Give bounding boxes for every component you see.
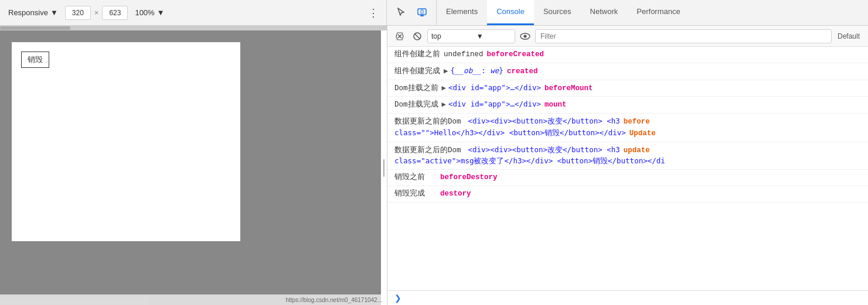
eye-icon[interactable] [518,29,533,44]
console-keyword: beforeCreated [487,49,544,60]
preview-area: 销毁 https://blog.csdn.net/m0_46171042... [0,26,387,305]
console-value: <div><div><button>改变</button> <h3 [468,145,620,156]
console-row: Dom挂载完成 ▶ <div id="app">…</div> mount [387,97,868,114]
select-element-icon[interactable] [392,3,410,22]
console-prefix: 数据更新之前的Dom [394,116,461,128]
context-selector[interactable]: top ▼ [427,29,515,43]
expand-icon2[interactable]: ▶ [442,83,447,94]
tab-sources[interactable]: Sources [534,0,581,25]
console-prefix: Dom挂载之前 [394,83,438,94]
tab-console[interactable]: Console [487,0,534,25]
svg-line-7 [415,33,420,39]
url-text: https://blog.csdn.net/m0_46171042... [285,297,382,303]
clear-console-button[interactable] [392,29,407,44]
console-value: {__ob__: we} [451,66,503,77]
height-input[interactable] [102,6,128,20]
console-row: 销毁之前 beforeDestory [387,170,868,186]
dimension-separator: × [94,8,99,17]
console-row: 组件创建完成 ▶ {__ob__: we} created [387,63,868,80]
console-prefix: 组件创建完成 [394,66,440,77]
console-keyword2: Update [629,128,656,139]
console-prompt[interactable]: ❯ [387,290,868,305]
tab-performance[interactable]: Performance [627,0,689,25]
console-keyword: before [624,116,650,128]
zoom-label: 100% [135,8,154,17]
console-value: <div><div><button>改变</button> <h3 [468,116,620,127]
svg-rect-1 [420,15,424,16]
destroy-button[interactable]: 销毁 [21,52,49,68]
console-prefix: 数据更新之后的Dom [394,145,461,156]
svg-point-9 [524,35,527,37]
console-output: 组件创建之前 undefined beforeCreated 组件创建完成 ▶ … [387,47,868,290]
url-bar: https://blog.csdn.net/m0_46171042... [0,294,387,305]
device-toggle-icon[interactable] [413,3,431,22]
tab-network[interactable]: Network [581,0,628,25]
scrollbar-horizontal[interactable] [0,26,387,30]
console-value: <div id="app">…</div> [448,83,541,94]
console-prefix: 销毁完成 [394,189,425,200]
devtools-tabs: Elements Console Sources Network Perform… [387,0,868,26]
expand-icon3[interactable]: ▶ [442,100,447,111]
resize-handle[interactable] [381,30,387,305]
console-keyword: beforeMount [544,83,593,94]
main-content: 销毁 https://blog.csdn.net/m0_46171042... [0,26,868,305]
console-prefix: 组件创建之前 [394,49,440,60]
responsive-dropdown[interactable]: Responsive ▼ [5,6,62,19]
devtools-icon-group [387,0,437,25]
console-value-line2: class="">Hello</h3></div> <button>销毁</bu… [394,128,626,139]
console-keyword: update [624,145,650,156]
expand-icon[interactable]: ▶ [444,66,448,77]
width-input[interactable] [65,6,91,20]
console-keyword: destory [440,189,471,200]
default-levels-label: Default [834,32,863,40]
top-toolbar: Responsive ▼ × 100% ▼ ⋮ [0,0,868,26]
console-row: 销毁完成 destory [387,186,868,203]
more-options-button[interactable]: ⋮ [365,5,382,21]
console-row: 组件创建之前 undefined beforeCreated [387,47,868,63]
context-value: top [431,32,441,40]
page-frame: 销毁 [12,42,240,241]
console-prefix: 销毁之前 [394,172,425,183]
console-row: 数据更新之后的Dom <div><div><button>改变</button>… [387,142,868,170]
ban-icon[interactable] [410,29,425,44]
console-prefix: Dom挂载完成 [394,100,438,111]
prompt-arrow-icon: ❯ [394,293,401,303]
console-keyword: beforeDestory [440,172,498,183]
preview-inner: 销毁 [0,30,387,305]
scrollbar-thumb-h[interactable] [0,26,70,30]
tab-elements[interactable]: Elements [437,0,487,25]
console-row: 数据更新之前的Dom <div><div><button>改变</button>… [387,114,868,142]
console-value-line2: class="active">msg被改变了</h3></div> <butto… [394,156,665,167]
console-row: Dom挂载之前 ▶ <div id="app">…</div> beforeMo… [387,80,868,97]
console-keyword: created [507,66,538,77]
zoom-dropdown[interactable]: 100% ▼ [131,6,168,19]
console-toolbar: top ▼ Default [387,26,868,47]
filter-input[interactable] [535,29,832,43]
context-dropdown-arrow: ▼ [476,32,484,40]
left-toolbar: Responsive ▼ × 100% ▼ ⋮ [0,0,387,26]
console-value: undefined [444,49,484,60]
console-keyword: mount [544,100,567,111]
console-area: top ▼ Default 组件创建之前 undefined beforeCre… [387,26,868,305]
dropdown-arrow-icon: ▼ [50,8,58,17]
console-value: <div id="app">…</div> [448,99,541,110]
responsive-label: Responsive [8,8,48,17]
zoom-arrow-icon: ▼ [157,8,165,17]
svg-rect-2 [421,10,423,13]
